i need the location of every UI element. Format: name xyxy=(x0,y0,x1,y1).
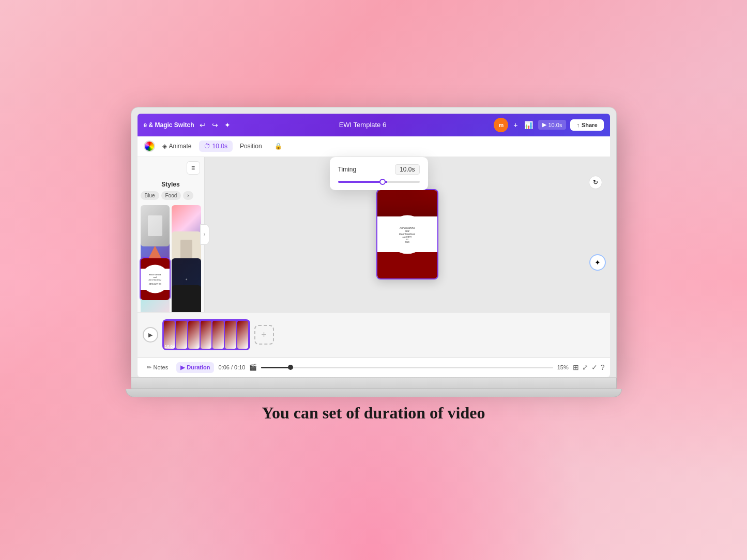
timeline-area: ▶ 10.0s + xyxy=(138,312,610,357)
slide-frame-3 xyxy=(188,321,200,349)
duration-toolbar-button[interactable]: ⏱ 10.0s xyxy=(199,141,233,152)
template-card-5[interactable]: Anna KatrinaandDani Martinez JANUARY 23 xyxy=(141,258,170,300)
grid-icon[interactable]: ⊞ xyxy=(573,363,579,371)
lock-button[interactable]: 🔒 xyxy=(269,141,287,152)
timing-slider[interactable] xyxy=(338,181,420,183)
slide-frame-5 xyxy=(212,321,224,349)
sidebar-collapse-button[interactable]: › xyxy=(200,224,209,245)
add-slide-button[interactable]: + xyxy=(254,325,274,345)
slide-frame-7 xyxy=(237,321,249,349)
tab-food[interactable]: Food xyxy=(161,191,181,200)
tab-more[interactable]: › xyxy=(183,191,193,200)
laptop-base xyxy=(131,378,617,389)
zoom-label: 15% xyxy=(557,364,569,370)
notes-label: Notes xyxy=(154,364,169,370)
card-names: Anna KatrinaandDani Martinez xyxy=(399,226,415,235)
magic-switch-button[interactable]: ✦ xyxy=(223,120,232,130)
animate-label: Animate xyxy=(169,143,192,150)
sidebar-search-row: ≡ xyxy=(138,157,204,179)
document-title: EWI Template 6 xyxy=(339,121,387,129)
progress-fill xyxy=(261,367,290,368)
sidebar: ≡ Styles Blue Food › xyxy=(138,157,205,312)
position-button[interactable]: Position xyxy=(235,141,267,152)
slide-frame-2 xyxy=(176,321,187,349)
tab-blue[interactable]: Blue xyxy=(141,191,159,200)
duration-toolbar-label: 10.0s xyxy=(212,143,227,150)
bottom-right-icons: ⊞ ⤢ ✓ ? xyxy=(573,363,605,371)
duration-icon: ▶ xyxy=(180,364,185,371)
video-icon: 🎬 xyxy=(249,364,257,371)
progress-track[interactable] xyxy=(261,367,553,368)
duration-bottom-button[interactable]: ▶ Duration xyxy=(176,362,214,373)
brand-label: e & Magic Switch xyxy=(144,121,194,129)
add-button[interactable]: + xyxy=(512,120,519,130)
lock-icon: 🔒 xyxy=(275,143,282,150)
user-avatar[interactable]: m xyxy=(494,118,508,132)
duration-bottom-label: Duration xyxy=(187,364,210,370)
progress-thumb xyxy=(288,365,293,370)
sidebar-tabs: Blue Food › xyxy=(138,191,204,203)
slide-frame-4 xyxy=(201,321,212,349)
help-icon[interactable]: ? xyxy=(601,363,605,371)
duration-value: 10.0s xyxy=(548,122,562,128)
notes-button[interactable]: ✏ Notes xyxy=(143,362,173,373)
bottom-bar: ✏ Notes ▶ Duration 0:06 / 0:10 🎬 15% ⊞ ⤢ xyxy=(138,357,610,377)
timing-popup: Timing 10.0s xyxy=(330,157,428,190)
share-button[interactable]: ↑ Share xyxy=(570,119,603,131)
animate-button[interactable]: ◈ Animate xyxy=(157,141,197,152)
undo-button[interactable]: ↩ xyxy=(199,120,207,130)
share-label: Share xyxy=(582,122,598,128)
expand-icon[interactable]: ⤢ xyxy=(582,363,588,371)
play-icon-small: ▶ xyxy=(542,121,546,128)
analytics-button[interactable]: 📊 xyxy=(523,120,534,130)
animate-icon: ◈ xyxy=(162,143,167,150)
card-text-overlay: Anna KatrinaandDani Martinez JANUARY2320… xyxy=(388,215,426,254)
card-inner: Anna KatrinaandDani Martinez JANUARY2320… xyxy=(377,190,437,278)
notes-icon: ✏ xyxy=(147,364,151,371)
styles-label: Styles xyxy=(138,179,204,191)
time-display: 0:06 / 0:10 xyxy=(218,364,245,370)
check-icon[interactable]: ✓ xyxy=(591,363,598,371)
slide-duration-label: 10.0s xyxy=(165,344,175,349)
timing-row: Timing 10.0s xyxy=(338,164,420,175)
play-duration-badge: ▶ 10.0s xyxy=(538,120,567,130)
timeline-slide[interactable]: 10.0s xyxy=(162,319,250,350)
timing-label: Timing xyxy=(338,166,357,173)
refresh-button[interactable]: ↻ xyxy=(589,176,602,189)
header-title-area: EWI Template 6 xyxy=(236,121,490,129)
canvas-card[interactable]: Anna KatrinaandDani Martinez JANUARY2320… xyxy=(376,189,438,279)
timing-slider-thumb xyxy=(379,179,386,185)
caption-text: You can set of duration of video xyxy=(131,403,617,423)
redo-button[interactable]: ↪ xyxy=(211,120,219,130)
app-header: e & Magic Switch ↩ ↪ ✦ EWI Template 6 m … xyxy=(138,114,610,136)
laptop-bottom xyxy=(126,389,622,397)
header-left: e & Magic Switch ↩ ↪ ✦ xyxy=(144,120,232,130)
toolbar-row: ◈ Animate ⏱ 10.0s Position 🔒 xyxy=(138,136,610,157)
card-date: JANUARY232026 xyxy=(402,235,412,243)
template-grid: The Boogie DaysHuman Revival Apr 18 · 1:… xyxy=(138,203,204,312)
clock-icon: ⏱ xyxy=(204,143,210,150)
position-label: Position xyxy=(240,143,262,150)
color-wheel-button[interactable] xyxy=(144,141,155,152)
filter-icon[interactable]: ≡ xyxy=(187,161,200,175)
template-card-8[interactable] xyxy=(172,285,201,312)
slide-frame-6 xyxy=(225,321,236,349)
timing-value: 10.0s xyxy=(395,164,419,175)
header-right: m + 📊 ▶ 10.0s ↑ Share xyxy=(494,118,603,132)
magic-star-button[interactable]: ✦ xyxy=(589,254,606,271)
share-icon: ↑ xyxy=(576,122,580,128)
template-card-1[interactable] xyxy=(141,205,170,247)
timeline-play-button[interactable]: ▶ xyxy=(143,327,158,343)
